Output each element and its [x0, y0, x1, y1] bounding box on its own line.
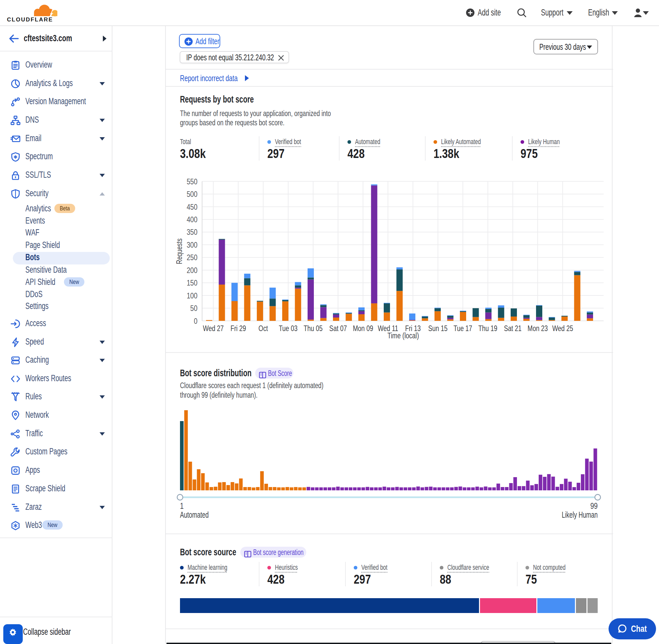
- svg-text:Requests: Requests: [174, 238, 184, 264]
- svg-text:250: 250: [187, 253, 197, 262]
- svg-text:50: 50: [190, 304, 197, 313]
- svg-text:0: 0: [194, 317, 197, 326]
- svg-text:350: 350: [187, 228, 197, 237]
- svg-text:Oct: Oct: [258, 323, 268, 333]
- svg-text:Fri 29: Fri 29: [231, 323, 246, 333]
- svg-text:Thu 19: Thu 19: [478, 323, 497, 333]
- svg-text:99: 99: [590, 502, 598, 511]
- svg-text:CLOUDFLARE: CLOUDFLARE: [7, 16, 53, 22]
- svg-text:Mon 23: Mon 23: [527, 323, 548, 333]
- svg-text:100: 100: [187, 291, 197, 300]
- svg-text:1: 1: [180, 502, 184, 511]
- svg-text:Tue 17: Tue 17: [454, 323, 472, 333]
- svg-text:Sat 07: Sat 07: [329, 323, 347, 333]
- svg-text:Mon 09: Mon 09: [353, 323, 373, 333]
- svg-text:400: 400: [187, 215, 197, 224]
- svg-text:200: 200: [187, 266, 197, 275]
- svg-text:Sun 15: Sun 15: [428, 323, 447, 333]
- svg-text:Thu 05: Thu 05: [304, 323, 323, 333]
- svg-text:Automated: Automated: [180, 510, 209, 520]
- svg-text:Sat 21: Sat 21: [504, 323, 521, 333]
- svg-text:500: 500: [187, 190, 197, 199]
- svg-text:550: 550: [187, 177, 197, 186]
- svg-text:300: 300: [187, 240, 197, 250]
- svg-text:450: 450: [187, 203, 197, 212]
- svg-text:Wed 27: Wed 27: [203, 323, 223, 333]
- svg-text:Wed 25: Wed 25: [552, 323, 573, 333]
- svg-text:Likely Human: Likely Human: [562, 510, 598, 520]
- svg-text:Tue 03: Tue 03: [279, 323, 298, 333]
- svg-text:Time (local): Time (local): [387, 331, 419, 340]
- svg-text:150: 150: [187, 278, 197, 288]
